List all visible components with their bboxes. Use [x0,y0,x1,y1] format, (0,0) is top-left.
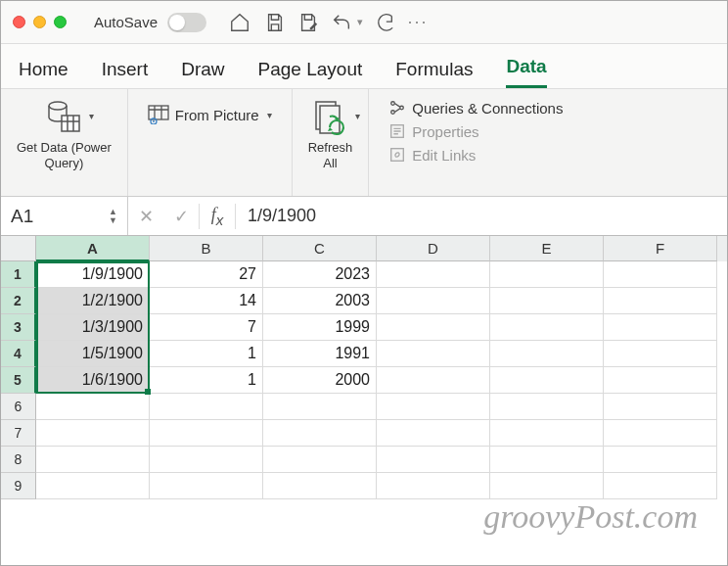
row-header[interactable]: 2 [1,288,36,314]
accept-formula-button[interactable]: ✓ [163,206,199,227]
cell[interactable] [36,447,150,473]
cell[interactable] [604,314,717,341]
cell[interactable] [150,473,263,499]
queries-connections-button[interactable]: Queries & Connections [388,99,563,117]
save-icon[interactable] [263,11,287,34]
cell[interactable] [150,394,263,420]
cell[interactable] [604,288,717,314]
cell[interactable]: 1/6/1900 [36,367,150,394]
get-data-button[interactable]: ▾ Get Data (Power Query) [17,97,112,170]
spreadsheet-grid[interactable]: A B C D E F 11/9/190027202321/2/19001420… [1,236,727,565]
select-all-corner[interactable] [1,236,36,261]
cell[interactable] [604,473,717,499]
cell[interactable]: 2000 [263,367,377,394]
fx-icon[interactable]: fx [211,205,224,228]
cell[interactable] [604,447,717,473]
cell[interactable] [263,447,377,473]
cell[interactable] [263,420,377,447]
from-picture-button[interactable]: From Picture ▾ [144,101,276,128]
cell[interactable] [36,473,150,499]
undo-dropdown[interactable]: ▾ [357,16,363,28]
cell[interactable] [604,261,717,288]
cell[interactable]: 2003 [263,288,377,314]
formula-input[interactable]: 1/9/1900 [236,206,316,226]
cell[interactable] [490,288,604,314]
cell[interactable]: 1/9/1900 [36,261,150,288]
cell[interactable]: 1 [150,341,263,367]
cell[interactable] [604,341,717,367]
col-header-e[interactable]: E [490,236,604,261]
redo-icon[interactable] [373,11,396,34]
cell[interactable] [490,473,604,499]
tab-draw[interactable]: Draw [181,59,224,88]
name-box[interactable]: A1 ▲▼ [1,197,128,235]
table-row: 41/5/190011991 [1,341,727,367]
col-header-a[interactable]: A [36,236,150,261]
maximize-window-button[interactable] [54,16,67,28]
row-header[interactable]: 9 [1,473,36,499]
cell[interactable] [377,394,490,420]
minimize-window-button[interactable] [33,16,46,28]
cell[interactable] [490,261,604,288]
cell[interactable] [377,420,490,447]
cell[interactable] [377,261,490,288]
cell[interactable]: 1999 [263,314,377,341]
cell[interactable] [604,420,717,447]
cell[interactable] [377,367,490,394]
cell[interactable] [150,447,263,473]
cell[interactable] [36,420,150,447]
autosave-toggle[interactable] [167,13,206,32]
row-header[interactable]: 6 [1,394,36,420]
undo-icon[interactable] [330,11,353,34]
cell[interactable]: 27 [150,261,263,288]
cell[interactable] [36,394,150,420]
home-icon[interactable] [228,11,251,34]
cell[interactable] [377,473,490,499]
col-header-c[interactable]: C [263,236,377,261]
cell[interactable]: 2023 [263,261,377,288]
name-box-stepper[interactable]: ▲▼ [109,208,117,225]
cell[interactable]: 1/3/1900 [36,314,150,341]
cancel-formula-button[interactable]: ✕ [128,206,163,227]
row-header[interactable]: 4 [1,341,36,367]
tab-insert[interactable]: Insert [102,59,149,88]
tab-data[interactable]: Data [506,56,546,88]
cell[interactable] [263,394,377,420]
cell[interactable] [604,394,717,420]
cell[interactable] [490,447,604,473]
cell[interactable]: 1/2/1900 [36,288,150,314]
col-header-f[interactable]: F [604,236,717,261]
cell[interactable] [490,394,604,420]
cell[interactable] [377,288,490,314]
cell[interactable] [490,420,604,447]
col-header-d[interactable]: D [377,236,490,261]
tab-formulas[interactable]: Formulas [395,59,473,88]
close-window-button[interactable] [13,16,25,28]
cell[interactable] [150,420,263,447]
row-header[interactable]: 8 [1,447,36,473]
cell[interactable]: 1/5/1900 [36,341,150,367]
cell[interactable] [377,341,490,367]
cell[interactable] [490,341,604,367]
cell[interactable]: 7 [150,314,263,341]
refresh-all-button[interactable]: ▾ Refresh All [308,97,353,170]
row-header[interactable]: 1 [1,261,36,288]
cell[interactable]: 1991 [263,341,377,367]
tab-home[interactable]: Home [19,59,68,88]
cell[interactable]: 14 [150,288,263,314]
row-header[interactable]: 7 [1,420,36,447]
autosave-label: AutoSave [94,14,158,30]
cell[interactable] [377,314,490,341]
cell[interactable] [263,473,377,499]
cell[interactable] [490,367,604,394]
more-icon[interactable]: ··· [406,11,430,34]
col-header-b[interactable]: B [150,236,263,261]
tab-page-layout[interactable]: Page Layout [258,59,363,88]
cell[interactable] [604,367,717,394]
save-as-icon[interactable] [296,11,320,34]
cell[interactable]: 1 [150,367,263,394]
row-header[interactable]: 5 [1,367,36,394]
cell[interactable] [490,314,604,341]
cell[interactable] [377,447,490,473]
row-header[interactable]: 3 [1,314,36,341]
